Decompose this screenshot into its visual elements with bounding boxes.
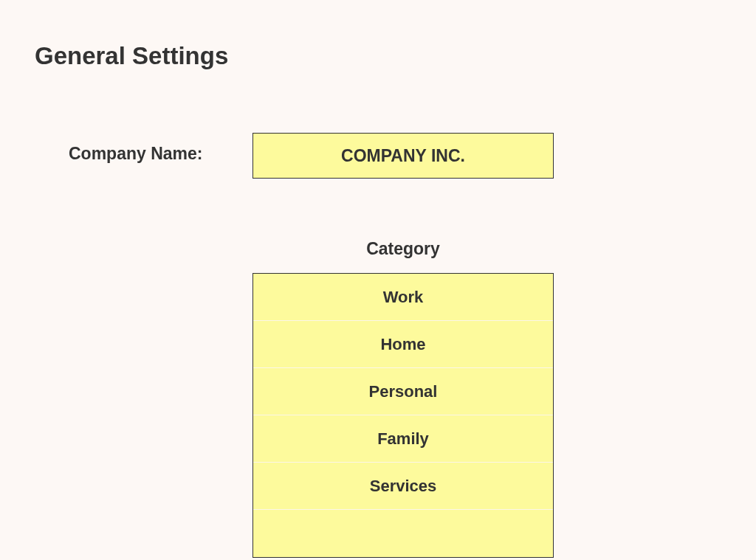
category-table: Work Home Personal Family Services (252, 273, 554, 558)
category-row[interactable]: Personal (253, 368, 553, 415)
company-name-label: Company Name: (69, 144, 202, 164)
category-row[interactable] (253, 510, 553, 557)
page-title: General Settings (35, 42, 228, 70)
category-row[interactable]: Services (253, 463, 553, 510)
category-header: Category (252, 239, 554, 259)
category-row[interactable]: Work (253, 274, 553, 321)
category-row[interactable]: Family (253, 415, 553, 463)
settings-page: General Settings Company Name: COMPANY I… (0, 0, 756, 560)
company-name-input[interactable]: COMPANY INC. (252, 133, 554, 179)
category-row[interactable]: Home (253, 321, 553, 368)
